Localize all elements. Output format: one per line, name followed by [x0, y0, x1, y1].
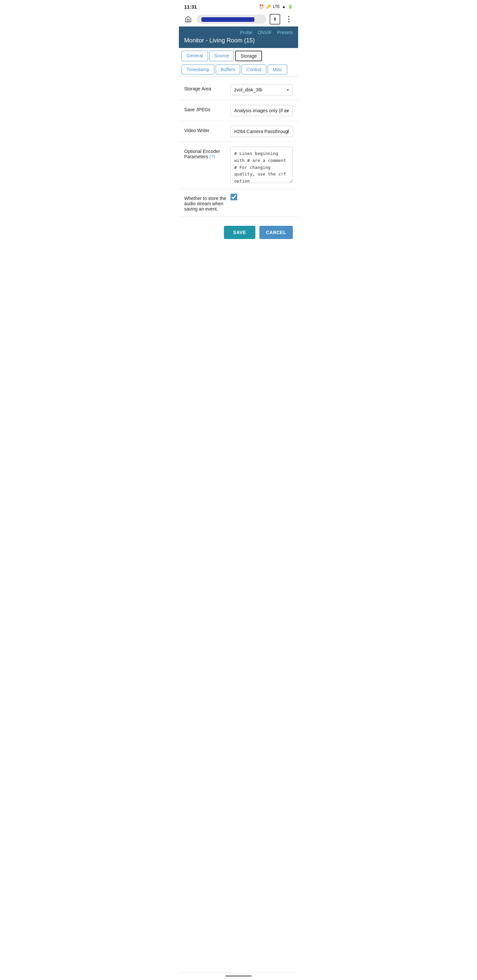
tabs-row: General Source Storage Timestamp Buffers…: [179, 48, 298, 77]
save-jpegs-row: Save JPEGs Analysis images only (if avai…: [179, 100, 298, 121]
audio-stream-control: [231, 194, 293, 200]
video-writer-control: H264 Camera Passthrough MPEG4 MJPEG: [231, 126, 293, 137]
page-title: Monitor - Living Room (15): [184, 37, 293, 44]
video-writer-select-wrapper: H264 Camera Passthrough MPEG4 MJPEG: [231, 126, 293, 137]
save-jpegs-select-wrapper: Analysis images only (if available) All …: [231, 105, 293, 116]
tab-timestamp[interactable]: Timestamp: [182, 65, 214, 75]
encoder-params-control: # Lines beginning with # are a comment #…: [231, 147, 293, 184]
form-body: Storage Area zvol_disk_3tb default disk_…: [179, 77, 298, 219]
form-actions: SAVE CANCEL: [179, 219, 298, 246]
video-writer-select[interactable]: H264 Camera Passthrough MPEG4 MJPEG: [231, 126, 293, 137]
alarm-icon: ⏰: [259, 4, 264, 9]
save-jpegs-control: Analysis images only (if available) All …: [231, 105, 293, 116]
header-nav-links: Probe ONVIF Presets: [184, 30, 293, 35]
tab-misc[interactable]: Misc: [268, 65, 287, 75]
storage-area-control: zvol_disk_3tb default disk_1tb: [231, 84, 293, 95]
probe-link[interactable]: Probe: [240, 30, 252, 35]
storage-area-row: Storage Area zvol_disk_3tb default disk_…: [179, 80, 298, 100]
audio-stream-checkbox[interactable]: [231, 194, 237, 200]
tab-control[interactable]: Control: [241, 65, 266, 75]
save-jpegs-label: Save JPEGs: [184, 105, 227, 112]
presets-link[interactable]: Presets: [277, 30, 293, 35]
home-button[interactable]: [183, 14, 193, 24]
app-header: Probe ONVIF Presets Monitor - Living Roo…: [179, 27, 298, 48]
menu-dot-2: [288, 19, 290, 20]
encoder-params-row: Optional Encoder Parameters (?) # Lines …: [179, 142, 298, 189]
tab-count: 8: [274, 17, 276, 22]
video-writer-row: Video Writer H264 Camera Passthrough MPE…: [179, 121, 298, 142]
audio-stream-row: Whether to store the audio stream when s…: [179, 189, 298, 216]
tab-source[interactable]: Source: [209, 51, 234, 61]
tab-count-button[interactable]: 8: [270, 14, 280, 24]
storage-area-label: Storage Area: [184, 84, 227, 91]
tab-storage[interactable]: Storage: [235, 51, 262, 61]
onvif-link[interactable]: ONVIF: [258, 30, 272, 35]
video-writer-label: Video Writer: [184, 126, 227, 133]
cancel-button[interactable]: CANCEL: [259, 226, 293, 239]
encoder-params-textarea[interactable]: # Lines beginning with # are a comment #…: [231, 147, 293, 183]
tab-buffers[interactable]: Buffers: [215, 65, 240, 75]
audio-stream-label: Whether to store the audio stream when s…: [184, 194, 227, 212]
menu-dot-1: [288, 16, 290, 17]
lte-label: LTE: [273, 4, 280, 9]
key-icon: 🔑: [266, 4, 271, 9]
tab-general[interactable]: General: [182, 51, 208, 61]
battery-icon: 🔋: [288, 4, 293, 9]
storage-area-select-wrapper: zvol_disk_3tb default disk_1tb: [231, 84, 293, 95]
status-icons: ⏰ 🔑 LTE ▲ 🔋: [259, 4, 293, 9]
browser-bar: 8: [179, 12, 298, 27]
menu-dot-3: [288, 21, 290, 22]
storage-area-select[interactable]: zvol_disk_3tb default disk_1tb: [231, 84, 293, 95]
status-bar: 11:31 ⏰ 🔑 LTE ▲ 🔋: [179, 0, 298, 12]
url-bar[interactable]: [197, 14, 266, 24]
browser-menu-button[interactable]: [284, 14, 294, 24]
save-jpegs-select[interactable]: Analysis images only (if available) All …: [231, 105, 293, 116]
signal-icon: ▲: [282, 4, 286, 9]
encoder-params-label: Optional Encoder Parameters (?): [184, 147, 227, 159]
encoder-help-link[interactable]: (?): [209, 154, 215, 159]
status-time: 11:31: [184, 4, 197, 10]
save-button[interactable]: SAVE: [224, 226, 255, 239]
url-text: [201, 17, 254, 22]
